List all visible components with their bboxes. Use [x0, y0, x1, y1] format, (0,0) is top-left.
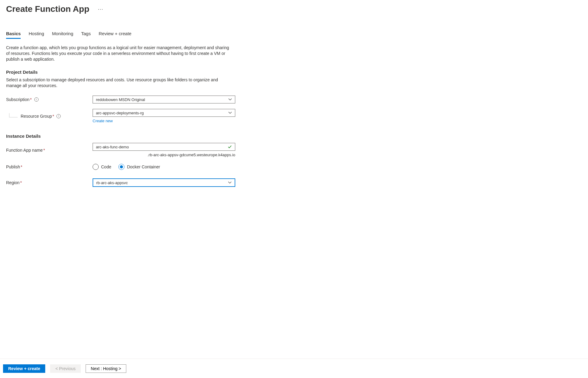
chevron-down-icon [228, 181, 232, 185]
tab-review-create[interactable]: Review + create [99, 31, 131, 39]
resource-group-dropdown[interactable]: arc-appsvc-deployments-rg [93, 109, 235, 117]
create-new-rg-link[interactable]: Create new [93, 119, 113, 123]
chevron-down-icon [228, 111, 232, 116]
project-details-desc: Select a subscription to manage deployed… [6, 77, 231, 89]
intro-text: Create a function app, which lets you gr… [6, 45, 231, 62]
info-icon[interactable]: i [56, 114, 61, 118]
previous-button[interactable]: < Previous [50, 364, 81, 373]
tab-tags[interactable]: Tags [81, 31, 91, 39]
project-details-heading: Project Details [6, 69, 243, 75]
required-mark: * [21, 164, 22, 169]
subscription-value: reddobowen MSDN Original [96, 97, 145, 102]
required-mark: * [30, 97, 32, 102]
subscription-label: Subscription [6, 97, 29, 102]
region-label: Region [6, 180, 19, 185]
chevron-down-icon [228, 98, 232, 102]
required-mark: * [20, 180, 22, 185]
function-app-name-input[interactable]: arc-aks-func-demo [93, 143, 235, 151]
nested-connector-icon [9, 113, 18, 117]
resource-group-value: arc-appsvc-deployments-rg [96, 111, 144, 115]
tab-hosting[interactable]: Hosting [29, 31, 44, 39]
wizard-tabs: Basics Hosting Monitoring Tags Review + … [0, 14, 588, 39]
more-actions-icon[interactable]: ··· [98, 6, 103, 12]
instance-details-heading: Instance Details [6, 133, 243, 139]
info-icon[interactable]: i [34, 97, 39, 102]
function-app-name-label: Function App name [6, 148, 43, 153]
publish-radio-code-label: Code [101, 164, 111, 169]
page-title: Create Function App [6, 4, 89, 14]
region-dropdown[interactable]: rb-arc-aks-appsvc [93, 178, 235, 187]
tab-monitoring[interactable]: Monitoring [52, 31, 73, 39]
publish-radio-docker-label: Docker Container [127, 164, 160, 169]
subscription-dropdown[interactable]: reddobowen MSDN Original [93, 96, 235, 103]
resource-group-label: Resource Group [21, 114, 52, 119]
publish-radio-docker[interactable]: Docker Container [118, 164, 160, 170]
required-mark: * [43, 148, 45, 153]
function-app-domain-suffix: .rb-arc-aks-appsv-gdcume5.westeurope.k4a… [93, 153, 235, 157]
publish-radio-group: Code Docker Container [93, 164, 235, 170]
function-app-name-value: arc-aks-func-demo [96, 145, 129, 149]
check-icon [228, 145, 232, 150]
wizard-footer: Review + create < Previous Next : Hostin… [0, 359, 588, 378]
tab-basics[interactable]: Basics [6, 31, 21, 39]
region-value: rb-arc-aks-appsvc [96, 181, 128, 185]
publish-radio-code[interactable]: Code [93, 164, 111, 170]
required-mark: * [53, 114, 54, 119]
publish-label: Publish [6, 164, 20, 169]
review-create-button[interactable]: Review + create [3, 364, 45, 373]
next-button[interactable]: Next : Hosting > [86, 364, 126, 373]
